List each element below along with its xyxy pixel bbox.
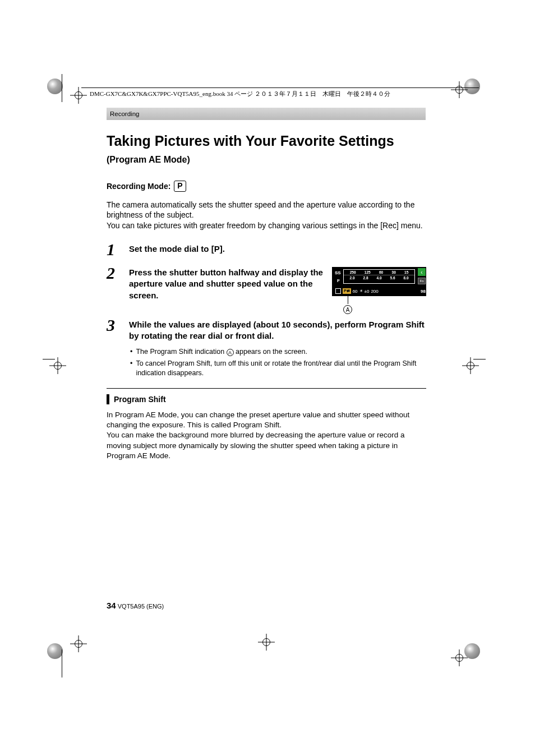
section-label: Recording [110,110,139,117]
recording-mode-line: Recording Mode: P [107,181,426,192]
content: Taking Pictures with Your Favorite Setti… [107,133,426,461]
step-title: Set the mode dial to [P]. [129,243,426,255]
program-shift-heading: Program Shift [107,394,426,404]
grid-icon [335,288,341,294]
p-mode-icon: P [174,181,186,192]
page-subtitle: (Program AE Mode) [107,155,426,165]
bullet: • To cancel Program Shift, turn off this… [130,359,426,378]
header-text: DMC-GX7C&GX7K&GX7PPC-VQT5A95_eng.book 34… [90,90,390,98]
step-number: 3 [107,317,119,334]
print-ball-bl [47,643,63,659]
iso-value: 200 [371,289,378,294]
recording-mode-label: Recording Mode: [107,182,170,191]
page-title: Taking Pictures with Your Favorite Setti… [107,133,426,149]
step-bullets: • The Program Shift indication A appears… [129,347,426,378]
footer: 34 VQT5A95 (ENG) [107,601,164,610]
fn-button: Fn [418,278,426,284]
ss-label: SS [335,270,341,275]
crosshair-ml [49,357,66,374]
callout-line [348,296,348,304]
doc-id: VQT5A95 (ENG) [118,603,164,610]
f-label: F [337,278,340,283]
crosshair-bc [258,634,275,651]
step-2: 2 Press the shutter button halfway and d… [107,265,426,301]
lcd-screen: SS F 250 125 60 30 15 2.0 2.8 [332,267,426,296]
crosshair-tl [70,87,87,104]
step-title: While the values are displayed (about 10… [129,319,426,342]
step-1: 1 Set the mode dial to [P]. [107,241,426,258]
f-row: 2.0 2.8 4.0 5.6 8.0 [344,275,414,280]
section-bar [107,108,426,120]
print-ball-tl [47,79,63,94]
callout-a: A [343,305,352,314]
heading-bar [107,394,109,404]
crosshair-tr [451,81,468,98]
callout-a-inline: A [227,349,234,356]
heading-text: Program Shift [114,395,166,404]
shutter-value: 60 [353,289,358,294]
step-number: 1 [107,241,119,258]
program-shift-body: In Program AE Mode, you can change the p… [107,410,426,461]
trim-line [62,74,62,102]
program-shift-icon: P⇄ [343,288,351,294]
header-rule [81,87,479,88]
divider [107,388,426,389]
trim-line [473,359,486,359]
intro-text: The camera automatically sets the shutte… [107,200,426,232]
page-number: 34 [107,601,116,610]
ss-row: 250 125 60 30 15 [344,270,414,275]
step-number: 2 [107,265,119,282]
crosshair-mr [462,357,479,374]
shot-count: 98 [421,289,426,294]
step-title: Press the shutter button halfway and dis… [129,267,324,301]
arrow-tab: ‹ [418,268,426,276]
step-3: 3 While the values are displayed (about … [107,317,426,380]
camera-display-figure: SS F 250 125 60 30 15 2.0 2.8 [332,267,426,296]
p-icon: P [214,244,220,253]
crosshair-br [451,649,468,666]
ev-icon: ☀ [359,289,363,293]
trim-line [43,359,55,359]
ev-value: ±0 [365,289,370,294]
lcd-bottom-row: P⇄ 60 ☀ ±0 200 [335,288,423,294]
trim-line [62,649,62,677]
crosshair-bl [70,635,87,652]
bullet: • The Program Shift indication A appears… [130,347,426,357]
